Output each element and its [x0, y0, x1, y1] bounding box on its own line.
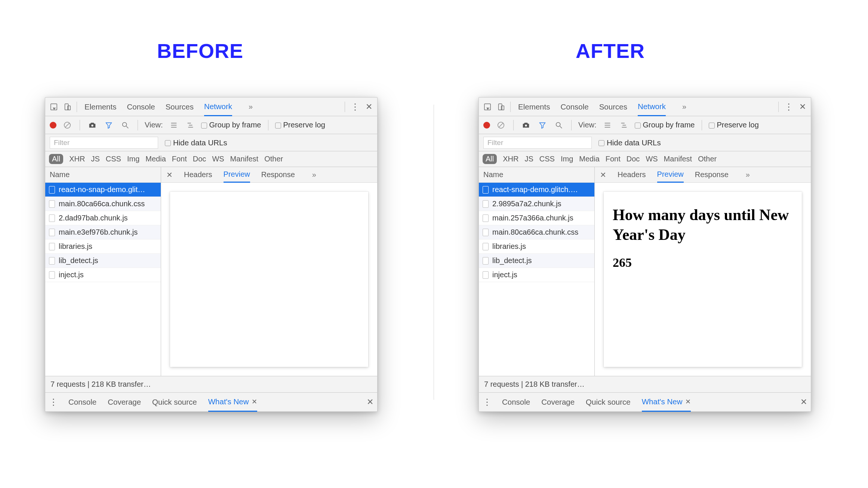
chip-media[interactable]: Media: [145, 155, 166, 163]
drawer-close-button[interactable]: ✕: [367, 397, 373, 407]
drawer-close-button[interactable]: ✕: [800, 397, 807, 407]
table-row[interactable]: libraries.js: [479, 240, 594, 254]
drawer-tab-console[interactable]: Console: [68, 393, 96, 411]
hide-data-urls-checkbox[interactable]: Hide data URLs: [165, 138, 227, 147]
kebab-menu-icon[interactable]: ⋮: [783, 101, 794, 112]
view-waterfall-icon[interactable]: [185, 120, 196, 131]
tab-console[interactable]: Console: [560, 98, 588, 116]
table-row[interactable]: 2.dad97bab.chunk.js: [45, 211, 161, 225]
close-devtools-button[interactable]: ✕: [364, 102, 374, 112]
table-row[interactable]: lib_detect.js: [45, 254, 161, 268]
device-toggle-icon[interactable]: [495, 101, 507, 112]
record-button[interactable]: [50, 122, 56, 129]
table-row[interactable]: inject.js: [479, 268, 594, 282]
close-devtools-button[interactable]: ✕: [797, 102, 808, 112]
table-row[interactable]: main.e3ef976b.chunk.js: [45, 225, 161, 240]
chip-all[interactable]: All: [49, 154, 63, 164]
drawer-tab-coverage[interactable]: Coverage: [108, 393, 141, 411]
close-icon[interactable]: ✕: [252, 398, 257, 406]
tab-console[interactable]: Console: [127, 98, 155, 116]
view-list-icon[interactable]: [602, 120, 613, 131]
close-detail-button[interactable]: ✕: [166, 170, 173, 179]
table-row[interactable]: react-no-snap-demo.glit…: [45, 183, 161, 197]
group-by-frame-checkbox[interactable]: Group by frame: [635, 121, 695, 129]
hide-data-urls-checkbox[interactable]: Hide data URLs: [598, 138, 661, 147]
tab-response[interactable]: Response: [261, 167, 295, 182]
table-row[interactable]: lib_detect.js: [479, 254, 594, 268]
view-list-icon[interactable]: [168, 120, 179, 131]
chip-js[interactable]: JS: [524, 155, 533, 163]
chip-media[interactable]: Media: [579, 155, 599, 163]
tab-network[interactable]: Network: [204, 98, 232, 116]
drawer-menu-icon[interactable]: ⋮: [483, 397, 491, 407]
preserve-log-checkbox[interactable]: Preserve log: [275, 121, 325, 129]
chip-manifest[interactable]: Manifest: [230, 155, 259, 163]
drawer-tab-coverage[interactable]: Coverage: [541, 393, 575, 411]
chip-doc[interactable]: Doc: [193, 155, 206, 163]
table-row[interactable]: main.257a366a.chunk.js: [479, 211, 594, 225]
screenshot-icon[interactable]: [520, 120, 532, 131]
tab-elements[interactable]: Elements: [518, 98, 550, 116]
search-icon[interactable]: [120, 120, 131, 131]
chip-xhr[interactable]: XHR: [503, 155, 518, 163]
clear-icon[interactable]: [495, 120, 507, 131]
chip-css[interactable]: CSS: [539, 155, 555, 163]
record-button[interactable]: [483, 122, 490, 129]
tab-elements[interactable]: Elements: [84, 98, 116, 116]
tab-response[interactable]: Response: [695, 167, 729, 182]
table-row[interactable]: main.80ca66ca.chunk.css: [45, 197, 161, 211]
inspect-icon[interactable]: [482, 101, 493, 112]
drawer-tab-console[interactable]: Console: [502, 393, 530, 411]
drawer-tab-whatsnew[interactable]: What's New✕: [208, 393, 258, 412]
detail-tabs-overflow-icon[interactable]: »: [746, 170, 750, 179]
tab-headers[interactable]: Headers: [184, 167, 212, 182]
drawer-tab-whatsnew[interactable]: What's New✕: [642, 393, 691, 412]
chip-ws[interactable]: WS: [212, 155, 224, 163]
chip-js[interactable]: JS: [91, 155, 99, 163]
drawer-menu-icon[interactable]: ⋮: [49, 397, 57, 407]
chip-all[interactable]: All: [483, 154, 497, 164]
filter-icon[interactable]: [103, 120, 114, 131]
kebab-menu-icon[interactable]: ⋮: [350, 101, 361, 112]
tabs-overflow-icon[interactable]: »: [682, 102, 686, 111]
chip-xhr[interactable]: XHR: [69, 155, 85, 163]
chip-font[interactable]: Font: [172, 155, 187, 163]
drawer-tab-quicksource[interactable]: Quick source: [586, 393, 631, 411]
inspect-icon[interactable]: [48, 101, 59, 112]
table-row[interactable]: libraries.js: [45, 240, 161, 254]
filter-icon[interactable]: [537, 120, 548, 131]
clear-icon[interactable]: [62, 120, 73, 131]
view-waterfall-icon[interactable]: [618, 120, 630, 131]
chip-ws[interactable]: WS: [646, 155, 658, 163]
drawer-tab-quicksource[interactable]: Quick source: [152, 393, 197, 411]
detail-tabs-overflow-icon[interactable]: »: [312, 170, 316, 179]
tab-preview[interactable]: Preview: [657, 167, 684, 183]
chip-other[interactable]: Other: [698, 155, 717, 163]
search-icon[interactable]: [553, 120, 564, 131]
table-row[interactable]: react-snap-demo.glitch.…: [479, 183, 594, 197]
table-row[interactable]: main.80ca66ca.chunk.css: [479, 225, 594, 240]
chip-other[interactable]: Other: [264, 155, 283, 163]
table-row[interactable]: inject.js: [45, 268, 161, 282]
chip-font[interactable]: Font: [606, 155, 621, 163]
close-detail-button[interactable]: ✕: [600, 170, 606, 179]
screenshot-icon[interactable]: [87, 120, 98, 131]
close-icon[interactable]: ✕: [685, 398, 691, 406]
tab-sources[interactable]: Sources: [599, 98, 627, 116]
chip-doc[interactable]: Doc: [627, 155, 640, 163]
preserve-log-checkbox[interactable]: Preserve log: [709, 121, 759, 129]
tab-sources[interactable]: Sources: [166, 98, 194, 116]
table-row[interactable]: 2.9895a7a2.chunk.js: [479, 197, 594, 211]
filter-input[interactable]: Filter: [50, 137, 158, 149]
chip-css[interactable]: CSS: [106, 155, 121, 163]
tab-network[interactable]: Network: [638, 98, 666, 116]
tab-headers[interactable]: Headers: [618, 167, 646, 182]
device-toggle-icon[interactable]: [62, 101, 73, 112]
chip-manifest[interactable]: Manifest: [664, 155, 692, 163]
chip-img[interactable]: Img: [127, 155, 139, 163]
filter-input[interactable]: Filter: [483, 137, 592, 149]
group-by-frame-checkbox[interactable]: Group by frame: [201, 121, 261, 129]
chip-img[interactable]: Img: [561, 155, 573, 163]
tabs-overflow-icon[interactable]: »: [249, 102, 253, 111]
tab-preview[interactable]: Preview: [224, 167, 250, 183]
